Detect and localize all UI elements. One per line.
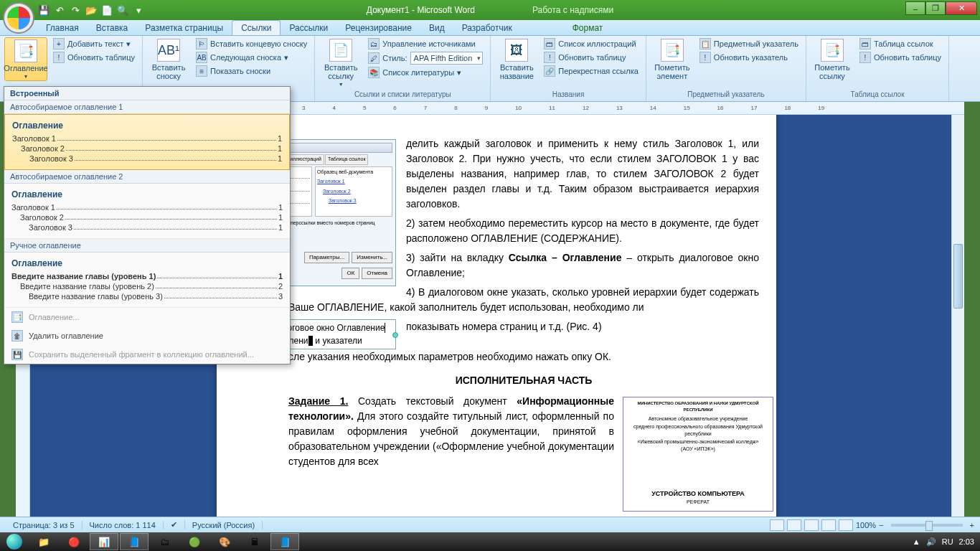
tray-network-icon[interactable]: 🔊 [926,537,936,547]
cross-reference-button[interactable]: 🔗Перекрестная ссылка [541,65,641,77]
tab-review[interactable]: Рецензирование [336,21,420,35]
group-label: Названия [495,89,641,100]
mark-citation-icon: 📑 [821,39,844,62]
toc-button[interactable]: 📑 Оглавление▼ [4,37,47,81]
citation-icon: 📄 [329,39,352,62]
maximize-button[interactable]: ❐ [925,1,946,15]
bibliography-button[interactable]: 📚Список литературы ▾ [365,66,486,79]
gallery-item-manual[interactable]: Оглавление Введите название главы (урове… [4,253,290,308]
endnote-icon: 🏳 [196,38,207,50]
gallery-item-auto2[interactable]: Оглавление Заголовок 11 Заголовок 21 Заг… [4,184,290,239]
mark-entry-button[interactable]: 📑 Пометить элемент [651,37,694,82]
office-button[interactable] [3,2,34,34]
gallery-menu-insert[interactable]: 📑Оглавление... [4,308,290,326]
toc-icon: 📑 [14,39,37,62]
xref-icon: 🔗 [544,65,555,77]
tray-flag-icon[interactable]: ▲ [913,537,920,546]
view-web-button[interactable] [804,519,819,531]
update-toa-button[interactable]: !Обновить таблицу [857,51,944,64]
zoom-slider[interactable] [891,524,963,527]
insert-citation-button[interactable]: 📄 Вставить ссылку▼ [319,37,362,88]
title-page-inset: МИНИСТЕРСТВО ОБРАЗОВАНИЯ И НАУКИ УДМУРТС… [623,397,773,512]
toc-gallery-dropdown: Встроенный Автособираемое оглавление 1 О… [4,86,291,364]
start-button[interactable] [0,532,29,551]
quick-access-toolbar: 💾 ↶ ↷ 📂 📄 🔍 ▾ [37,4,145,17]
gallery-item-auto1[interactable]: Оглавление Заголовок 11 Заголовок 21 Заг… [4,114,290,170]
vertical-scrollbar[interactable] [951,115,964,517]
citation-style-select[interactable]: 🖊Стиль: APA Fifth Edition [365,51,486,65]
insert-footnote-button[interactable]: AB¹ Вставить сноску [147,37,190,82]
mark-entry-icon: 📑 [661,39,684,62]
gallery-subheader: Автособираемое оглавление 1 [4,100,290,114]
update-toc-button[interactable]: !Обновить таблицу [50,51,138,64]
group-index: 📑 Пометить элемент 📋Предметный указатель… [646,36,806,101]
gallery-menu-save[interactable]: 💾Сохранить выделенный фрагмент в коллекц… [4,345,290,364]
save-icon[interactable]: 💾 [37,4,50,17]
taskbar-word2-icon[interactable]: 📘 [270,533,299,550]
taskbar-opera-icon[interactable]: 🔴 [60,533,88,550]
tab-insert[interactable]: Вставка [88,21,137,35]
taskbar-app-icon[interactable]: 🟢 [180,533,209,550]
document-page[interactable]: ОглавлениеСписок иллюстрацийТаблица ссыл… [217,115,776,517]
show-notes-button[interactable]: ≡Показать сноски [193,65,310,77]
update-index-button[interactable]: !Обновить указатель [697,51,801,64]
preview-icon[interactable]: 🔍 [116,4,129,17]
gallery-menu-remove[interactable]: 🗑Удалить оглавление [4,326,290,345]
zoom-out-button[interactable]: − [879,521,883,529]
index-icon: 📋 [699,38,711,50]
tab-developer[interactable]: Разработчик [453,21,521,35]
status-words[interactable]: Число слов: 1 114 [83,521,164,529]
insert-index-button[interactable]: 📋Предметный указатель [697,37,801,50]
update-icon: ! [544,52,555,63]
zoom-level[interactable]: 100% [856,521,876,529]
ribbon-tabs: Главная Вставка Разметка страницы Ссылки… [0,20,980,36]
table-figures-button[interactable]: 🗃Список иллюстраций [541,37,641,50]
manage-sources-button[interactable]: 🗂Управление источниками [365,37,486,50]
taskbar-explorer-icon[interactable]: 📁 [29,533,58,550]
view-fullscreen-button[interactable] [787,519,801,531]
view-print-layout-button[interactable] [770,519,784,531]
status-page[interactable]: Страница: 3 из 5 [6,521,83,529]
tray-language[interactable]: RU [942,537,953,546]
group-toa: 📑 Пометить ссылку 🗃Таблица ссылок !Обнов… [806,36,949,101]
tab-home[interactable]: Главная [37,21,88,35]
scroll-thumb[interactable] [953,244,963,309]
style-icon: 🖊 [368,52,380,64]
view-outline-button[interactable] [821,519,836,531]
taskbar-paint-icon[interactable]: 🎨 [210,533,239,550]
tab-format[interactable]: Формат [564,21,612,35]
show-notes-icon: ≡ [196,65,207,77]
taskbar-powerpoint-icon[interactable]: 📊 [90,533,118,550]
tray-clock[interactable]: 2:03 [959,537,974,546]
undo-icon[interactable]: ↶ [53,4,66,17]
status-bar: Страница: 3 из 5 Число слов: 1 114 ✔ Рус… [0,517,980,532]
minimize-button[interactable]: – [905,1,925,15]
redo-icon[interactable]: ↷ [69,4,82,17]
taskbar-calc-icon[interactable]: 🖩 [240,533,269,550]
tab-references[interactable]: Ссылки [232,20,281,35]
status-spellcheck[interactable]: ✔ [164,520,185,529]
mark-citation-button[interactable]: 📑 Пометить ссылку [811,37,854,82]
system-tray: ▲ 🔊 RU 2:03 [913,537,980,547]
tab-layout[interactable]: Разметка страницы [136,21,232,35]
add-text-button[interactable]: +Добавить текст ▾ [50,37,138,50]
view-draft-button[interactable] [839,519,853,531]
group-label: Таблица ссылок [811,89,944,100]
qat-more-icon[interactable]: ▾ [132,4,145,17]
open-icon[interactable]: 📂 [85,4,98,17]
biblio-icon: 📚 [368,67,380,78]
taskbar-totalcmd-icon[interactable]: 🗂 [150,533,179,550]
tab-mailings[interactable]: Рассылки [281,21,336,35]
status-language[interactable]: Русский (Россия) [185,521,263,529]
taskbar-word-icon[interactable]: 📘 [120,533,149,550]
insert-caption-button[interactable]: 🖼 Вставить название [495,37,538,82]
close-button[interactable]: ✕ [946,1,977,15]
new-icon[interactable]: 📄 [100,4,113,17]
zoom-in-button[interactable]: + [970,521,974,529]
update-captions-button[interactable]: !Обновить таблицу [541,51,641,64]
figures-icon: 🗃 [544,38,555,50]
tab-view[interactable]: Вид [420,21,453,35]
next-footnote-button[interactable]: ABСледующая сноска ▾ [193,51,310,64]
insert-endnote-button[interactable]: 🏳Вставить концевую сноску [193,37,310,50]
insert-toa-button[interactable]: 🗃Таблица ссылок [857,37,944,50]
